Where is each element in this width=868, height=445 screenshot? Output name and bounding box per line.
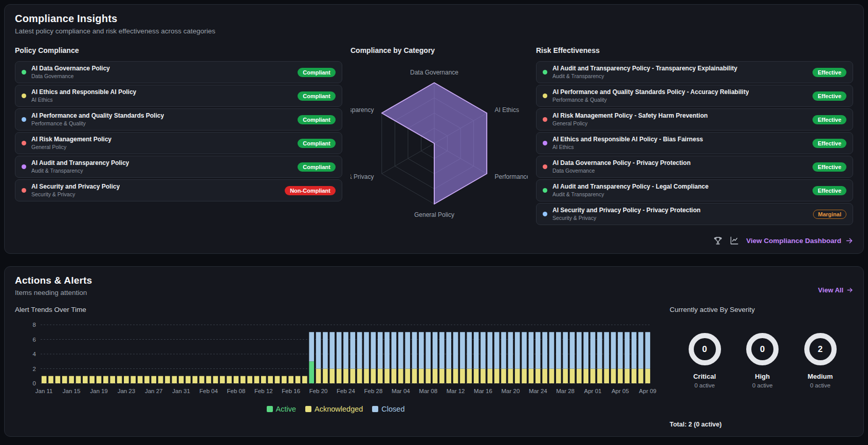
critical-donut: 0 — [689, 333, 721, 365]
alert-trends-heading: Alert Trends Over Time — [15, 306, 656, 313]
policy-category: Security & Privacy — [31, 191, 120, 198]
svg-text:Jan 27: Jan 27 — [145, 388, 163, 394]
risk-row[interactable]: AI Risk Management Policy - Safety Harm … — [536, 108, 853, 131]
legend-item-active[interactable]: Active — [267, 405, 297, 413]
risk-row[interactable]: AI Performance and Quality Standards Pol… — [536, 85, 853, 107]
risk-name: AI Performance and Quality Standards Pol… — [552, 88, 749, 96]
risk-effectiveness-list: AI Audit and Transparency Policy - Trans… — [536, 61, 853, 225]
status-badge: Compliant — [298, 68, 336, 77]
status-badge: Effective — [812, 68, 846, 77]
high-label: High — [755, 373, 770, 380]
risk-category: AI Ethics — [552, 144, 703, 151]
svg-text:Apr 05: Apr 05 — [612, 388, 629, 394]
risk-dot — [543, 117, 547, 122]
risk-name: AI Risk Management Policy - Safety Harm … — [552, 112, 708, 120]
actions-alerts-titles: Actions & Alerts Items needing attention — [15, 275, 92, 296]
policy-text: AI Audit and Transparency Policy Audit &… — [31, 159, 133, 174]
svg-text:2: 2 — [33, 366, 36, 372]
legend-swatch — [305, 406, 311, 412]
trophy-icon[interactable] — [713, 236, 723, 245]
policy-row[interactable]: AI Risk Management Policy General Policy… — [15, 132, 342, 154]
risk-row[interactable]: AI Security and Privacy Policy - Privacy… — [536, 203, 853, 225]
policy-row[interactable]: AI Performance and Quality Standards Pol… — [15, 108, 342, 131]
risk-name: AI Security and Privacy Policy - Privacy… — [552, 207, 700, 214]
medium-label: Medium — [807, 373, 833, 380]
risk-row[interactable]: AI Audit and Transparency Policy - Legal… — [536, 179, 853, 201]
risk-name: AI Ethics and Responsible AI Policy - Bi… — [552, 136, 703, 143]
policy-compliance-list: AI Data Governance Policy Data Governanc… — [15, 61, 342, 201]
legend-label: Closed — [381, 405, 404, 413]
policy-name: AI Audit and Transparency Policy — [31, 159, 129, 167]
legend-item-acknowledged[interactable]: Acknowledged — [305, 405, 363, 413]
policy-text: AI Performance and Quality Standards Pol… — [31, 112, 168, 127]
svg-text:6: 6 — [33, 337, 36, 343]
legend-item-closed[interactable]: Closed — [372, 405, 404, 413]
svg-text:Security & Privacy: Security & Privacy — [350, 173, 374, 180]
risk-category: Data Governance — [552, 168, 691, 174]
view-all-label: View All — [818, 286, 843, 294]
svg-text:Feb 24: Feb 24 — [337, 388, 355, 394]
svg-text:Apr 01: Apr 01 — [584, 388, 602, 394]
risk-row[interactable]: AI Data Governance Policy - Privacy Prot… — [536, 156, 853, 178]
legend-label: Active — [276, 405, 297, 413]
policy-row[interactable]: AI Security and Privacy Policy Security … — [15, 179, 342, 201]
status-badge: Compliant — [298, 162, 336, 172]
svg-text:Jan 11: Jan 11 — [35, 388, 53, 394]
policy-row[interactable]: AI Ethics and Responsible AI Policy AI E… — [15, 85, 342, 107]
policy-text: AI Risk Management Policy General Policy — [31, 136, 116, 151]
svg-text:Feb 04: Feb 04 — [199, 388, 218, 394]
alert-trends-chart: 02468Jan 11Jan 15Jan 19Jan 23Jan 27Jan 3… — [15, 320, 655, 401]
risk-name: AI Audit and Transparency Policy - Legal… — [552, 183, 709, 191]
view-all-link[interactable]: View All — [818, 286, 853, 294]
risk-category: Security & Privacy — [552, 215, 700, 221]
policy-name: AI Data Governance Policy — [31, 65, 110, 72]
svg-text:0: 0 — [33, 380, 36, 386]
status-badge: Compliant — [298, 91, 336, 101]
svg-text:4: 4 — [33, 351, 36, 357]
svg-text:Mar 24: Mar 24 — [529, 388, 547, 394]
actions-alerts-panel: Actions & Alerts Items needing attention… — [4, 266, 864, 437]
severity-total: Total: 2 (0 active) — [670, 411, 853, 428]
severity-heading: Currently active By Severity — [670, 306, 853, 313]
svg-text:Apr 09: Apr 09 — [639, 388, 656, 394]
compliance-by-category-column: Compliance by Category Data GovernanceAI… — [350, 46, 528, 231]
risk-dot — [543, 94, 547, 98]
svg-text:8: 8 — [33, 322, 36, 328]
risk-name: AI Audit and Transparency Policy - Trans… — [552, 65, 737, 72]
risk-effectiveness-heading: Risk Effectiveness — [536, 46, 853, 54]
severity-section: Currently active By Severity 0 Critical … — [670, 306, 853, 428]
risk-row[interactable]: AI Ethics and Responsible AI Policy - Bi… — [536, 132, 853, 154]
svg-text:Feb 12: Feb 12 — [254, 388, 273, 394]
policy-name: AI Ethics and Responsible AI Policy — [31, 88, 136, 96]
compliance-by-category-heading: Compliance by Category — [350, 46, 528, 54]
high-count: 0 — [760, 344, 765, 355]
high-donut: 0 — [746, 333, 779, 365]
high-active: 0 active — [752, 382, 773, 388]
policy-name: AI Risk Management Policy — [31, 136, 112, 143]
line-chart-icon[interactable] — [730, 236, 739, 245]
svg-text:General Policy: General Policy — [414, 211, 454, 218]
policy-compliance-heading: Policy Compliance — [15, 46, 342, 54]
risk-dot — [543, 70, 547, 75]
compliance-insights-panel: Compliance Insights Latest policy compli… — [4, 4, 864, 254]
view-compliance-dashboard-link[interactable]: View Compliance Dashboard — [746, 237, 853, 245]
risk-effectiveness-column: Risk Effectiveness AI Audit and Transpar… — [536, 46, 853, 227]
svg-text:Jan 15: Jan 15 — [63, 388, 81, 394]
risk-text: AI Risk Management Policy - Safety Harm … — [552, 112, 712, 127]
status-badge: Effective — [812, 115, 846, 124]
risk-text: AI Security and Privacy Policy - Privacy… — [552, 207, 705, 221]
svg-text:Feb 16: Feb 16 — [282, 388, 300, 394]
svg-text:Audit & Transparency: Audit & Transparency — [350, 106, 374, 114]
policy-row[interactable]: AI Audit and Transparency Policy Audit &… — [15, 156, 342, 178]
status-badge: Compliant — [298, 139, 336, 148]
risk-name: AI Data Governance Policy - Privacy Prot… — [552, 159, 691, 167]
svg-text:Mar 28: Mar 28 — [556, 388, 575, 394]
policy-category: Data Governance — [31, 73, 110, 80]
compliance-footer: View Compliance Dashboard — [15, 231, 853, 245]
risk-text: AI Audit and Transparency Policy - Legal… — [552, 183, 713, 198]
critical-count: 0 — [702, 344, 707, 355]
risk-row[interactable]: AI Audit and Transparency Policy - Trans… — [536, 61, 853, 83]
svg-text:Jan 23: Jan 23 — [118, 388, 136, 394]
svg-text:Mar 20: Mar 20 — [502, 388, 520, 394]
policy-row[interactable]: AI Data Governance Policy Data Governanc… — [15, 61, 342, 83]
